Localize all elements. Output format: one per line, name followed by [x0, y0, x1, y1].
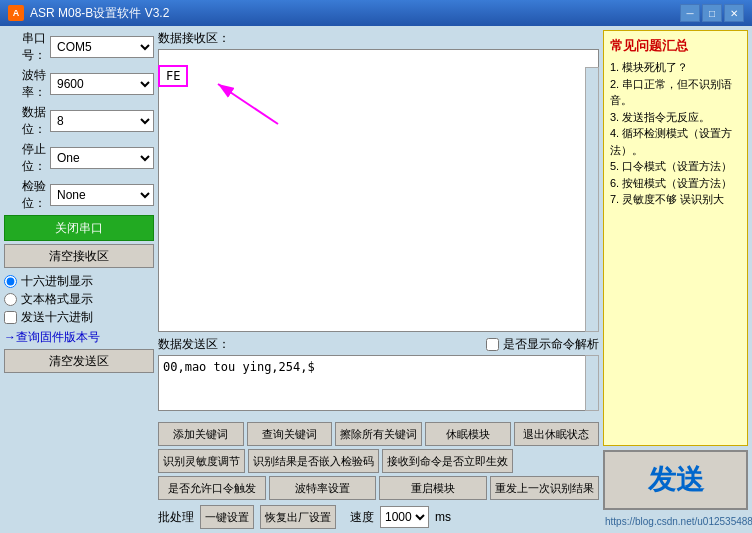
add-keyword-button[interactable]: 添加关键词: [158, 422, 244, 446]
data-bits-label: 数据位：: [4, 104, 46, 138]
sensitivity-button[interactable]: 识别灵敏度调节: [158, 449, 245, 473]
command-parse-label: 是否显示命令解析: [503, 336, 599, 353]
immediate-effect-button[interactable]: 接收到命令是否立即生效: [382, 449, 513, 473]
restore-factory-button[interactable]: 恢复出厂设置: [260, 505, 336, 529]
right-panel: 常见问题汇总 1. 模块死机了？ 2. 串口正常，但不识别语音。 3. 发送指令…: [603, 30, 748, 529]
close-port-button[interactable]: 关闭串口: [4, 215, 154, 241]
password-trigger-button[interactable]: 是否允许口令触发: [158, 476, 266, 500]
maximize-button[interactable]: □: [702, 4, 722, 22]
send-hex-row[interactable]: 发送十六进制: [4, 309, 154, 326]
receive-area: 数据接收区： FE: [158, 30, 599, 332]
faq-item-7: 7. 灵敏度不够 误识别大: [610, 191, 741, 208]
command-parse-row: 是否显示命令解析: [486, 336, 599, 353]
clear-send-button[interactable]: 清空发送区: [4, 349, 154, 373]
button-row-2: 识别灵敏度调节 识别结果是否嵌入检验码 接收到命令是否立即生效: [158, 449, 599, 473]
batch-row: 批处理 一键设置 恢复出厂设置 速度 1000 ms: [158, 505, 599, 529]
faq-box: 常见问题汇总 1. 模块死机了？ 2. 串口正常，但不识别语音。 3. 发送指令…: [603, 30, 748, 446]
button-row-3: 是否允许口令触发 波特率设置 重启模块 重发上一次识别结果: [158, 476, 599, 500]
faq-item-4: 4. 循环检测模式（设置方法）。: [610, 125, 741, 158]
title-bar: A ASR M08-B设置软件 V3.2 ─ □ ✕: [0, 0, 752, 26]
speed-label: 速度: [350, 509, 374, 526]
minimize-button[interactable]: ─: [680, 4, 700, 22]
send-big-button[interactable]: 发送: [603, 450, 748, 510]
hex-display-radio[interactable]: [4, 275, 17, 288]
text-display-row[interactable]: 文本格式显示: [4, 291, 154, 308]
hex-display-label: 十六进制显示: [21, 273, 93, 290]
stop-bits-label: 停止位：: [4, 141, 46, 175]
faq-title: 常见问题汇总: [610, 37, 741, 55]
main-container: 串口号： COM5 波特率： 9600 数据位： 8 停止位： One 检验位：: [0, 26, 752, 533]
parity-select[interactable]: None: [50, 184, 154, 206]
display-options: 十六进制显示 文本格式显示 发送十六进制: [4, 273, 154, 326]
app-icon: A: [8, 5, 24, 21]
data-bits-field-row: 数据位： 8: [4, 104, 154, 138]
faq-item-1: 1. 模块死机了？: [610, 59, 741, 76]
sleep-module-button[interactable]: 休眠模块: [425, 422, 511, 446]
exit-sleep-button[interactable]: 退出休眠状态: [514, 422, 600, 446]
data-bits-select[interactable]: 8: [50, 110, 154, 132]
resend-result-button[interactable]: 重发上一次识别结果: [490, 476, 599, 500]
query-firmware-link[interactable]: →查询固件版本号: [4, 329, 154, 346]
send-scrollbar[interactable]: [585, 355, 599, 411]
port-field-row: 串口号： COM5: [4, 30, 154, 64]
receive-textarea[interactable]: [158, 49, 599, 332]
query-keyword-button[interactable]: 查询关键词: [247, 422, 333, 446]
faq-item-3: 3. 发送指令无反应。: [610, 109, 741, 126]
ms-label: ms: [435, 510, 451, 524]
close-button[interactable]: ✕: [724, 4, 744, 22]
baud-field-row: 波特率： 9600: [4, 67, 154, 101]
hex-display-row[interactable]: 十六进制显示: [4, 273, 154, 290]
title-buttons: ─ □ ✕: [680, 4, 744, 22]
faq-item-5: 5. 口令模式（设置方法）: [610, 158, 741, 175]
port-select[interactable]: COM5: [50, 36, 154, 58]
one-key-setup-button[interactable]: 一键设置: [200, 505, 254, 529]
button-row-1: 添加关键词 查询关键词 擦除所有关键词 休眠模块 退出休眠状态: [158, 422, 599, 446]
erase-keywords-button[interactable]: 擦除所有关键词: [335, 422, 422, 446]
send-textarea[interactable]: [158, 355, 599, 411]
clear-receive-button[interactable]: 清空接收区: [4, 244, 154, 268]
title-text: ASR M08-B设置软件 V3.2: [30, 5, 169, 22]
left-panel: 串口号： COM5 波特率： 9600 数据位： 8 停止位： One 检验位：: [4, 30, 154, 529]
send-hex-label: 发送十六进制: [21, 309, 93, 326]
receive-scrollbar[interactable]: [585, 67, 599, 332]
middle-panel: 数据接收区： FE: [158, 30, 599, 529]
watermark: https://blog.csdn.net/u012535488: [603, 514, 748, 529]
text-display-label: 文本格式显示: [21, 291, 93, 308]
stop-bits-field-row: 停止位： One: [4, 141, 154, 175]
send-label: 数据发送区：: [158, 336, 230, 353]
parity-field-row: 检验位： None: [4, 178, 154, 212]
baud-rate-set-button[interactable]: 波特率设置: [269, 476, 377, 500]
batch-label: 批处理: [158, 509, 194, 526]
port-label: 串口号：: [4, 30, 46, 64]
receive-label: 数据接收区：: [158, 30, 599, 47]
checksum-button[interactable]: 识别结果是否嵌入检验码: [248, 449, 379, 473]
send-hex-checkbox[interactable]: [4, 311, 17, 324]
faq-item-6: 6. 按钮模式（设置方法）: [610, 175, 741, 192]
speed-select[interactable]: 1000: [380, 506, 429, 528]
faq-item-2: 2. 串口正常，但不识别语音。: [610, 76, 741, 109]
baud-select[interactable]: 9600: [50, 73, 154, 95]
send-label-row: 数据发送区： 是否显示命令解析: [158, 336, 599, 353]
parity-label: 检验位：: [4, 178, 46, 212]
text-display-radio[interactable]: [4, 293, 17, 306]
bottom-buttons-panel: 添加关键词 查询关键词 擦除所有关键词 休眠模块 退出休眠状态 识别灵敏度调节 …: [158, 420, 599, 529]
restart-module-button[interactable]: 重启模块: [379, 476, 487, 500]
baud-label: 波特率：: [4, 67, 46, 101]
send-area: 数据发送区： 是否显示命令解析: [158, 336, 599, 416]
command-parse-checkbox[interactable]: [486, 338, 499, 351]
stop-bits-select[interactable]: One: [50, 147, 154, 169]
